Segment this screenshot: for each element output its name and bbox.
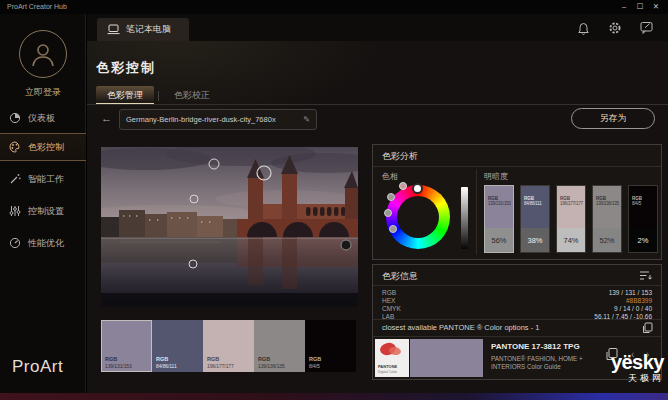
back-button[interactable]: ← — [101, 112, 112, 124]
sidebar-item-dashboard[interactable]: 仪表板 — [0, 104, 86, 132]
info-row-rgb: RGB 139 / 131 / 153 — [382, 289, 652, 296]
user-icon — [28, 39, 58, 69]
brightness-chip-4[interactable]: RGB 139/136/135 52% — [592, 185, 622, 253]
sidebar: 立即登录 仪表板 色彩控制 智能工作 — [0, 14, 86, 393]
luminance-slider[interactable] — [461, 187, 468, 249]
palette-swatch-3[interactable]: RGB 196/177/177 — [203, 320, 254, 372]
save-as-button[interactable]: 另存为 — [571, 108, 655, 129]
sample-point-5[interactable] — [341, 240, 351, 250]
tab-color-management[interactable]: 色彩管理 — [96, 86, 154, 105]
divider — [476, 169, 477, 255]
desktop-edge-strip — [0, 393, 668, 400]
info-label: CMYK — [382, 305, 401, 312]
brightness-swatches: RGB 139/131/153 56% RGB 84/86/111 38% — [484, 185, 658, 253]
content-area: 色彩控制 色彩管理 色彩校正 ← Germany-Berlin-bridge-r… — [87, 41, 668, 393]
device-tab-bar: 笔记本电脑 — [87, 14, 668, 41]
swatch-rgb-value: 196/177/177 — [207, 363, 234, 369]
settings-gear-icon[interactable] — [608, 21, 622, 35]
watermark-site: 天极网 — [611, 372, 664, 385]
palette-swatch-2[interactable]: RGB 84/86/111 — [152, 320, 203, 372]
info-label: HEX — [382, 297, 395, 304]
brightness-chip-5[interactable]: RGB 8/4/5 2% — [628, 185, 658, 253]
copy-icon[interactable] — [642, 322, 653, 334]
filename-text: Germany-Berlin-bridge-river-dusk-city_76… — [126, 115, 276, 124]
brightness-chip-1[interactable]: RGB 139/131/153 56% — [484, 185, 514, 253]
pantone-description-line1: PANTONE® FASHION, HOME + — [491, 355, 583, 362]
info-row-cmyk: CMYK 9 / 14 / 0 / 40 — [382, 305, 652, 312]
info-value: 139 / 131 / 153 — [609, 289, 652, 296]
hue-marker-selected[interactable] — [412, 183, 423, 194]
chip-rgb-value: 8/4/5 — [632, 201, 655, 206]
feedback-icon[interactable] — [640, 21, 654, 34]
color-analysis-panel: 色彩分析 色相 明暗度 RGB 139/131/153 — [372, 144, 662, 260]
swatch-rgb-label: RGB — [105, 356, 117, 362]
chip-rgb-value: 196/177/177 — [560, 201, 583, 206]
hue-marker-5[interactable] — [389, 225, 397, 233]
tab-color-correction[interactable]: 色彩校正 — [163, 86, 221, 105]
sidebar-item-label: 仪表板 — [28, 112, 55, 125]
chip-color: RGB 196/177/177 — [557, 186, 585, 228]
window-titlebar: ProArt Creator Hub – ☐ ✕ — [0, 0, 668, 14]
hue-marker-2[interactable] — [399, 182, 407, 190]
tab-laptop-label: 笔记本电脑 — [126, 23, 171, 36]
avatar[interactable] — [19, 30, 67, 78]
palette-swatch-4[interactable]: RGB 139/136/135 — [254, 320, 305, 372]
swatch-rgb-value: 139/131/153 — [105, 363, 132, 369]
minimize-button[interactable]: – — [616, 0, 632, 14]
sidebar-item-color-control[interactable]: 色彩控制 — [0, 133, 86, 161]
swatch-rgb-label: RGB — [156, 356, 168, 362]
sub-tabs: 色彩管理 色彩校正 — [96, 86, 221, 105]
sidebar-item-label: 控制设置 — [28, 205, 64, 218]
palette-swatch-1[interactable]: RGB 139/131/153 — [101, 320, 152, 372]
sample-point-1[interactable] — [209, 159, 219, 169]
info-label: RGB — [382, 289, 396, 296]
magic-wand-icon — [9, 173, 21, 185]
hue-marker-3[interactable] — [387, 193, 395, 201]
tab-laptop[interactable]: 笔记本电脑 — [97, 18, 189, 41]
proart-logo: ProArt — [12, 357, 63, 377]
divider — [373, 319, 661, 320]
sidebar-item-label: 性能优化 — [28, 237, 64, 250]
swatch-rgb-label: RGB — [258, 356, 270, 362]
watermark: yësky 天极网 — [611, 352, 664, 385]
maximize-button[interactable]: ☐ — [632, 0, 648, 14]
sample-point-4[interactable] — [189, 260, 197, 268]
sidebar-item-control-settings[interactable]: 控制设置 — [0, 197, 86, 225]
sort-list-icon[interactable] — [639, 270, 653, 281]
sample-point-3[interactable] — [190, 195, 198, 203]
palette-row: RGB 139/131/153 RGB 84/86/111 RGB 196/17… — [101, 320, 356, 372]
swatch-rgb-value: 139/136/135 — [258, 363, 285, 369]
chip-rgb-value: 139/136/135 — [596, 201, 619, 206]
brightness-chip-2[interactable]: RGB 84/86/111 38% — [520, 185, 550, 253]
info-value: 9 / 14 / 0 / 40 — [614, 305, 652, 312]
watermark-brand: yësky — [611, 352, 664, 372]
sample-point-2[interactable] — [257, 166, 271, 180]
pantone-logo-card: PANTONE Digital Color — [375, 339, 409, 377]
chip-color: RGB 8/4/5 — [629, 186, 657, 228]
pantone-name: PANTONE 17-3812 TPG — [491, 342, 580, 351]
edit-pencil-icon[interactable]: ✎ — [303, 115, 310, 124]
pantone-color-swatch[interactable] — [410, 339, 483, 377]
chip-percent: 74% — [557, 228, 585, 252]
sidebar-item-label: 智能工作 — [28, 173, 64, 186]
hue-wheel[interactable] — [386, 185, 450, 249]
brightness-chip-3[interactable]: RGB 196/177/177 74% — [556, 185, 586, 253]
chip-percent: 56% — [485, 228, 513, 252]
sidebar-item-performance[interactable]: 性能优化 — [0, 229, 86, 257]
notifications-bell-icon[interactable] — [577, 21, 590, 35]
filename-input[interactable]: Germany-Berlin-bridge-river-dusk-city_76… — [119, 109, 317, 130]
palette-swatch-5[interactable]: RGB 8/4/5 — [305, 320, 356, 372]
laptop-icon — [107, 24, 120, 35]
sidebar-item-smart-work[interactable]: 智能工作 — [0, 165, 86, 193]
close-button[interactable]: ✕ — [648, 0, 664, 14]
bridge-photo[interactable] — [101, 147, 358, 307]
brightness-label: 明暗度 — [484, 171, 508, 182]
hue-marker-4[interactable] — [384, 209, 392, 217]
pantone-color-splash-icon — [377, 341, 407, 359]
window-title: ProArt Creator Hub — [7, 3, 67, 10]
chip-percent: 2% — [629, 228, 657, 252]
gauge-icon — [9, 237, 21, 249]
login-link[interactable]: 立即登录 — [0, 86, 86, 99]
app-window: ProArt Creator Hub – ☐ ✕ 立即登录 仪表板 — [0, 0, 668, 400]
tab-divider — [158, 91, 159, 101]
